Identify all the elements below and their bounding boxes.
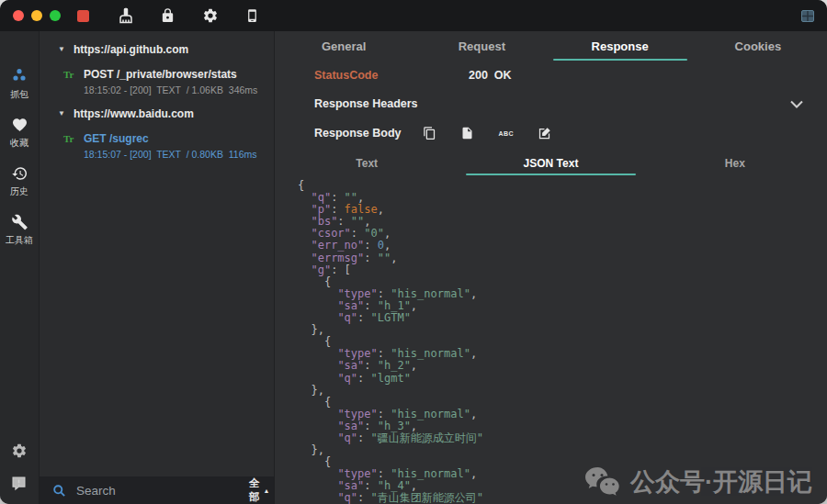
sidebar-item-history[interactable]: 历史 [6,165,33,198]
tab-response[interactable]: Response [551,31,689,61]
domain-label: https://www.baidu.com [74,107,194,120]
domain-row[interactable]: ▼https://api.github.com [40,39,274,61]
toolbar-icons [117,7,261,25]
request-list-panel: ▼https://api.github.comTrPOST /_private/… [40,31,275,504]
request-list: ▼https://api.github.comTrPOST /_private/… [40,31,274,476]
icon-sidebar-nav: 抓包收藏历史工具箱 [6,66,33,263]
icon-sidebar-bottom [11,430,28,495]
tools-icon [11,214,28,230]
detail-tabs: GeneralRequestResponseCookies [275,31,827,61]
heart-icon [11,117,28,133]
response-headers-label: Response Headers [314,97,418,110]
tab-general[interactable]: General [275,31,413,61]
stop-record-button[interactable] [77,10,89,22]
content-type-badge: Tr [63,133,74,144]
icon-sidebar: 抓包收藏历史工具箱 [0,31,40,504]
json-line: { [298,180,827,192]
sidebar-item-capture[interactable]: 抓包 [6,66,33,101]
domain-row[interactable]: ▼https://www.baidu.com [40,103,274,125]
request-title: POST /_private/browser/stats [84,68,268,81]
device-phone-icon[interactable] [244,7,261,25]
response-body-row: Response Body ABC [275,118,827,149]
search-input[interactable] [74,483,241,498]
zoom-window-button[interactable] [50,10,61,21]
json-line: "errmsg": "", [298,252,827,264]
json-line: "q": "疆山新能源成立时间" [298,432,827,444]
json-line: "q": "lgmt" [298,373,827,385]
sidebar-item-label: 历史 [10,185,28,198]
json-line: "q": "青山集团新能源公司" [298,492,827,504]
panel-grid-icon[interactable] [801,10,814,22]
body-tab-text[interactable]: Text [275,151,459,175]
json-line: }, [298,444,827,456]
body-tab-json-text[interactable]: JSON Text [459,151,642,175]
response-body-label: Response Body [314,127,401,140]
sidebar-item-toolbox[interactable]: 工具箱 [6,214,33,247]
response-headers-row[interactable]: Response Headers [275,90,827,118]
json-line: }, [298,324,827,336]
chevron-up-icon: ▲ [264,487,270,494]
sidebar-item-label: 收藏 [10,137,28,150]
tab-request[interactable]: Request [413,31,550,61]
request-item[interactable]: TrGET /sugrec18:15:07 - [200] TEXT / 0.8… [40,125,274,167]
search-bar: 全部 ▲ [40,476,274,504]
minimize-window-button[interactable] [31,10,42,21]
lock-icon[interactable] [159,7,176,25]
body-tab-hex[interactable]: Hex [643,151,827,175]
body-view-tabs: TextJSON TextHex [275,151,827,175]
request-meta: 18:15:07 - [200] TEXT / 0.80KB 116ms [84,149,268,160]
edit-icon[interactable] [538,127,551,140]
status-code-value: 200 OK [469,69,512,82]
json-line: "q": "LGTM" [298,312,827,324]
sidebar-item-label: 工具箱 [6,234,33,247]
request-meta: 18:15:02 - [200] TEXT / 1.06KB 346ms [84,84,268,95]
document-icon[interactable] [460,126,474,140]
collapse-caret-icon: ▼ [58,110,65,118]
settings-gear-icon[interactable] [201,7,219,25]
clear-brush-icon[interactable] [117,7,134,25]
request-title: GET /sugrec [84,132,268,145]
app-window: 抓包收藏历史工具箱 ▼https://api.github.comTrPOST … [0,0,827,504]
packet-icon [10,66,28,84]
content-type-badge: Tr [63,69,74,80]
traffic-lights [13,10,61,21]
history-icon [11,165,28,182]
domain-label: https://api.github.com [74,43,188,56]
search-icon [52,484,66,498]
main-content: 抓包收藏历史工具箱 ▼https://api.github.comTrPOST … [0,31,827,504]
json-line: "g": [ [298,264,827,276]
copy-icon[interactable] [423,126,436,140]
status-code-label: StatusCode [314,69,469,82]
sidebar-item-label: 抓包 [10,88,28,101]
json-viewer[interactable]: {"q": "","p": false,"bs": "","csor": "0"… [275,175,827,504]
status-row: StatusCode 200 OK [275,61,827,90]
json-line: }, [298,385,827,397]
filter-dropdown[interactable]: 全部 ▲ [249,476,269,504]
detail-panel: GeneralRequestResponseCookies StatusCode… [275,31,827,504]
chevron-down-icon[interactable] [790,100,803,108]
abc-encoding-icon[interactable]: ABC [498,130,514,137]
settings-gear-icon[interactable] [11,442,28,463]
sidebar-item-favorite[interactable]: 收藏 [6,117,33,150]
feedback-icon[interactable] [11,476,28,495]
response-body-actions: ABC [423,126,551,140]
tab-cookies[interactable]: Cookies [689,31,827,61]
close-window-button[interactable] [13,10,24,21]
request-item[interactable]: TrPOST /_private/browser/stats18:15:02 -… [40,61,274,103]
json-line: "p": false, [298,204,827,216]
title-bar [0,0,827,31]
collapse-caret-icon: ▼ [58,46,65,53]
